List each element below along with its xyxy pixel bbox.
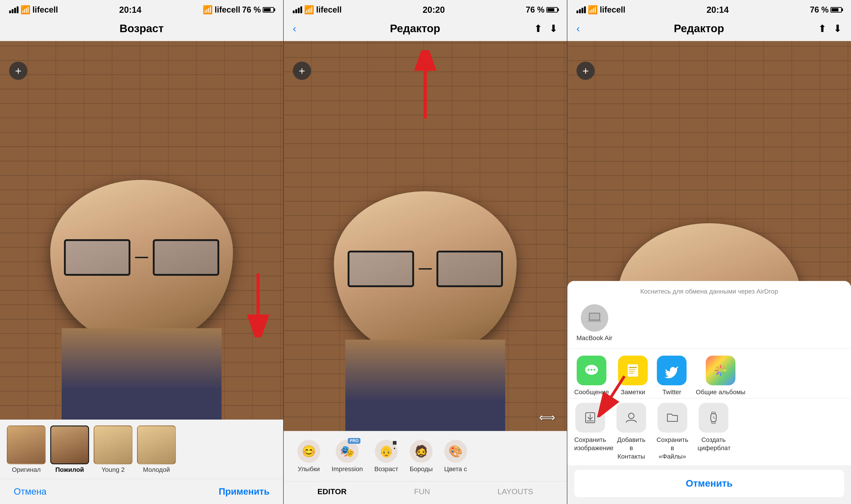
- plus-button-1[interactable]: +: [9, 61, 28, 80]
- airdrop-devices: MacBook Air: [577, 302, 842, 344]
- glasses-2: [348, 251, 503, 287]
- share-app-label-notes: Заметки: [621, 389, 645, 396]
- share-action-save-files[interactable]: Сохранить в «Файлы»: [656, 403, 688, 461]
- plus-button-2[interactable]: +: [293, 61, 311, 80]
- cancel-button-1[interactable]: Отмена: [14, 486, 47, 497]
- page-title-3: Редактор: [674, 22, 724, 35]
- thumb-label-original: Оригинал: [12, 466, 41, 473]
- status-bar-2: 📶 lifecell 20:20 76 %: [284, 0, 567, 18]
- share-app-icon-photos: [706, 356, 735, 385]
- nav-icons-2: ⬆ ⬇: [534, 23, 558, 34]
- filter-impression-2[interactable]: 🎭 PRO Impression: [332, 440, 363, 473]
- battery-icon-1: [263, 7, 274, 13]
- bottom-action-bar-1: Отмена Применить: [0, 479, 283, 504]
- thumbnail-strip-1: Оригинал Пожилой Young 2 Молодой: [0, 419, 283, 479]
- device-icon-macbook: [581, 304, 608, 332]
- thumb-young2[interactable]: Young 2: [94, 426, 132, 473]
- share-action-save-image[interactable]: Сохранить изображение: [574, 403, 606, 461]
- plus-button-3[interactable]: +: [577, 61, 595, 80]
- svg-rect-12: [627, 364, 638, 377]
- back-button-3[interactable]: ‹: [577, 23, 580, 34]
- thumb-img-young: [137, 426, 176, 464]
- tab-editor-2[interactable]: EDITOR: [318, 487, 347, 496]
- signal-icon-r1: 📶: [202, 5, 213, 15]
- apply-button-1[interactable]: Применить: [218, 486, 269, 497]
- filter-icon-colors-2: 🎨: [444, 440, 467, 463]
- cancel-button-sheet[interactable]: Отменить: [574, 470, 844, 497]
- nav-icons-3: ⬆ ⬇: [818, 23, 842, 34]
- wifi-icon-1: 📶: [20, 5, 31, 15]
- share-app-notes[interactable]: Заметки: [618, 356, 648, 396]
- messages-icon: [584, 362, 600, 378]
- photo-area-2: + ⟺: [284, 41, 567, 431]
- share-button-3[interactable]: ⬆: [818, 23, 827, 34]
- svg-rect-14: [629, 369, 635, 370]
- filter-age-2[interactable]: 👴 · Возраст: [374, 440, 398, 473]
- svg-rect-16: [629, 373, 634, 374]
- filter-colors-2[interactable]: 🎨 Цвета с: [444, 440, 467, 473]
- share-app-messages[interactable]: Сообщение: [574, 356, 609, 396]
- share-action-label-files: Сохранить в «Файлы»: [656, 436, 688, 461]
- status-right-1: 📶 lifecell 76 %: [202, 5, 274, 15]
- thumb-elderly[interactable]: Пожилой: [50, 426, 89, 473]
- share-actions-row: Сохранить изображение Добавить в Контакт…: [567, 398, 851, 465]
- download-button-3[interactable]: ⬇: [833, 23, 842, 34]
- filter-smiles-2[interactable]: 😊 Улыбки: [297, 440, 320, 473]
- battery-pct-2: 76 %: [526, 5, 545, 15]
- share-action-icon-save: [575, 403, 605, 433]
- filter-icon-age-2: 👴 ·: [375, 440, 397, 463]
- status-left-2: 📶 lifecell: [293, 5, 342, 15]
- signal-icon-2: [293, 6, 302, 13]
- panel-sharesheet: 📶 lifecell 20:14 76 % ‹ Редактор ⬆ ⬇: [567, 0, 851, 504]
- share-action-watch-face[interactable]: Создать циферблат: [697, 403, 729, 461]
- status-right-3: 76 %: [810, 5, 842, 15]
- status-left-1: 📶 lifecell: [9, 5, 58, 15]
- files-icon: [666, 411, 679, 425]
- share-action-icon-contact: [617, 403, 646, 433]
- status-bar-3: 📶 lifecell 20:14 76 %: [567, 0, 851, 18]
- filter-label-age-2: Возраст: [374, 465, 398, 473]
- back-button-2[interactable]: ‹: [293, 23, 296, 34]
- notes-icon: [625, 362, 641, 378]
- thumb-label-young2: Young 2: [102, 466, 125, 473]
- filter-label-colors-2: Цвета с: [444, 465, 467, 473]
- download-button-2[interactable]: ⬇: [549, 23, 558, 34]
- share-app-icon-messages: [577, 356, 606, 385]
- thumb-label-elderly: Пожилой: [55, 466, 84, 473]
- status-left-3: 📶 lifecell: [577, 5, 625, 15]
- signal-icon-3: [577, 6, 586, 13]
- share-action-label-watch: Создать циферблат: [697, 436, 729, 452]
- airdrop-device-macbook[interactable]: MacBook Air: [577, 304, 612, 342]
- expand-icon-2[interactable]: ⟺: [539, 411, 555, 424]
- nav-bar-1: Возраст: [0, 18, 283, 41]
- share-app-label-twitter: Twitter: [662, 389, 681, 396]
- tab-fun-2[interactable]: FUN: [414, 487, 430, 496]
- thumb-young[interactable]: Молодой: [137, 426, 176, 473]
- thumb-original[interactable]: Оригинал: [7, 426, 46, 473]
- share-action-add-contact[interactable]: Добавить в Контакты: [615, 403, 647, 461]
- share-app-twitter[interactable]: Twitter: [657, 356, 687, 396]
- save-image-icon: [583, 411, 597, 425]
- share-button-2[interactable]: ⬆: [534, 23, 543, 34]
- svg-line-33: [713, 418, 715, 419]
- thumb-img-original: [7, 426, 46, 464]
- battery-icon-3: [830, 7, 842, 13]
- bottom-tabs-2: EDITOR FUN LAYOUTS: [284, 481, 567, 504]
- panel-age: 📶 lifecell 20:14 📶 lifecell 76 % Возраст: [0, 0, 284, 504]
- dot-badge-2: ·: [393, 441, 396, 445]
- svg-line-18: [723, 367, 724, 368]
- time-2: 20:20: [423, 5, 445, 15]
- filter-beards-2[interactable]: 🧔 Бороды: [410, 440, 433, 473]
- page-title-2: Редактор: [390, 22, 440, 35]
- svg-line-20: [723, 372, 724, 374]
- airdrop-header: Коснитесь для обмена данными через AirDr…: [567, 281, 851, 349]
- watch-icon: [707, 411, 720, 425]
- tab-layouts-2[interactable]: LAYOUTS: [497, 487, 533, 496]
- share-app-icon-notes: [618, 356, 648, 385]
- share-app-label-messages: Сообщение: [574, 389, 609, 396]
- svg-point-9: [588, 369, 589, 371]
- share-app-photos[interactable]: Общие альбомы: [696, 356, 745, 396]
- thumb-img-elderly: [50, 426, 89, 464]
- svg-point-28: [628, 413, 634, 419]
- panel-editor: 📶 lifecell 20:20 76 % ‹ Редактор ⬆ ⬇: [284, 0, 567, 504]
